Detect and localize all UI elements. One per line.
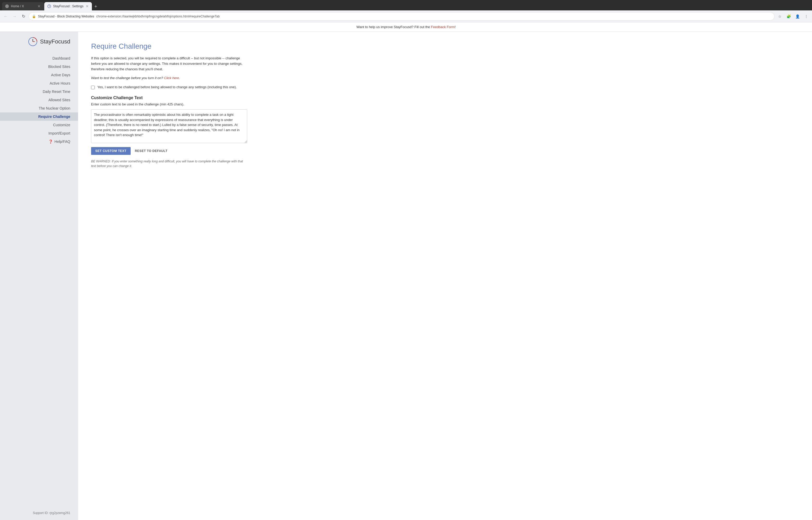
- sidebar-item-daily-reset-time[interactable]: Daily Reset Time: [0, 87, 78, 96]
- address-bar[interactable]: 🔒 StayFocusd - Block Distracting Website…: [29, 12, 775, 21]
- set-custom-text-button[interactable]: SET CUSTOM TEXT: [91, 147, 131, 155]
- italic-before: Want to test the challenge before you tu…: [91, 76, 164, 80]
- page-title: Require Challenge: [91, 42, 799, 51]
- sidebar-item-dashboard[interactable]: Dashboard: [0, 54, 78, 62]
- forward-button[interactable]: →: [11, 13, 18, 20]
- warning-text: BE WARNED: If you enter something really…: [91, 159, 247, 168]
- customize-section-title: Customize Challenge Text: [91, 96, 799, 100]
- italic-after: .: [179, 76, 180, 80]
- lock-icon: 🔒: [32, 15, 36, 18]
- logo-icon: [28, 37, 37, 46]
- sidebar-item-require-challenge[interactable]: Require Challenge: [0, 112, 78, 121]
- challenge-checkbox-label[interactable]: Yes, I want to be challenged before bein…: [97, 85, 237, 89]
- feedback-text-before: Want to help us improve StayFocusd? Fill…: [356, 25, 431, 29]
- tab-x-label: Home / X: [11, 4, 35, 8]
- sidebar-item-help[interactable]: ❓ Help/FAQ: [41, 137, 78, 146]
- intro-text: If this option is selected, you will be …: [91, 56, 247, 72]
- italic-line: Want to test the challenge before you tu…: [91, 76, 799, 80]
- menu-button[interactable]: ⋮: [803, 13, 810, 20]
- back-button[interactable]: ←: [2, 13, 9, 20]
- sidebar-item-blocked-sites[interactable]: Blocked Sites: [0, 62, 78, 71]
- sidebar-logo-text: StayFocusd: [40, 38, 70, 45]
- click-here-link[interactable]: Click here: [164, 76, 179, 80]
- new-tab-button[interactable]: +: [93, 3, 99, 10]
- sidebar-item-active-hours[interactable]: Active Hours: [0, 79, 78, 87]
- support-id: Support ID: rjrg2pzemg261: [25, 506, 78, 515]
- tab-x[interactable]: Home / X ✕: [2, 2, 44, 10]
- feedback-text-after: !: [455, 25, 456, 29]
- sidebar-item-customize[interactable]: Customize: [0, 121, 78, 129]
- sidebar-item-nuclear-option[interactable]: The Nuclear Option: [0, 104, 78, 112]
- tab-stayfocusd-close[interactable]: ✕: [86, 4, 89, 8]
- custom-text-textarea[interactable]: The procrastinator is often remarkably o…: [91, 109, 247, 143]
- reload-button[interactable]: ↻: [20, 13, 27, 20]
- extensions-button[interactable]: 🧩: [785, 13, 792, 20]
- help-label: Help/FAQ: [54, 139, 70, 144]
- button-row: SET CUSTOM TEXT RESET TO DEFAULT: [91, 147, 799, 155]
- stayfocusd-favicon: [47, 4, 51, 8]
- question-icon: ❓: [48, 139, 53, 144]
- address-url: chrome-extension://laankejkbhbdhmipfmgcn…: [96, 15, 771, 18]
- main-layout: StayFocusd Dashboard Blocked Sites Activ…: [0, 32, 812, 520]
- feedback-form-link[interactable]: Feedback Form: [431, 25, 455, 29]
- sidebar-item-import-export[interactable]: Import/Export: [0, 129, 78, 137]
- address-right-icons: ☆ 🧩 👤 ⋮: [776, 13, 810, 20]
- sidebar: StayFocusd Dashboard Blocked Sites Activ…: [0, 32, 78, 520]
- browser-chrome: Home / X ✕ StayFocusd : Settings ✕ + ← →…: [0, 0, 812, 22]
- tab-x-close[interactable]: ✕: [37, 4, 41, 8]
- sidebar-item-active-days[interactable]: Active Days: [0, 71, 78, 79]
- reset-default-button[interactable]: RESET TO DEFAULT: [135, 149, 167, 153]
- challenge-checkbox[interactable]: [91, 86, 95, 89]
- sidebar-item-allowed-sites[interactable]: Allowed Sites: [0, 96, 78, 104]
- site-name: StayFocusd - Block Distracting Websites: [38, 15, 94, 18]
- challenge-checkbox-row: Yes, I want to be challenged before bein…: [91, 85, 799, 89]
- x-tab-icon: [5, 4, 9, 8]
- tab-bar: Home / X ✕ StayFocusd : Settings ✕ +: [0, 0, 812, 10]
- customize-section-desc: Enter custom text to be used in the chal…: [91, 102, 799, 106]
- sidebar-nav: Dashboard Blocked Sites Active Days Acti…: [0, 54, 78, 146]
- feedback-bar: Want to help us improve StayFocusd? Fill…: [0, 22, 812, 32]
- content-area: Require Challenge If this option is sele…: [78, 32, 812, 520]
- tab-stayfocusd[interactable]: StayFocusd : Settings ✕: [44, 2, 92, 10]
- tab-stayfocusd-label: StayFocusd : Settings: [53, 4, 83, 8]
- bookmark-button[interactable]: ☆: [776, 13, 783, 20]
- sidebar-logo: StayFocusd: [20, 37, 78, 54]
- profile-button[interactable]: 👤: [794, 13, 801, 20]
- address-bar-row: ← → ↻ 🔒 StayFocusd - Block Distracting W…: [0, 10, 812, 22]
